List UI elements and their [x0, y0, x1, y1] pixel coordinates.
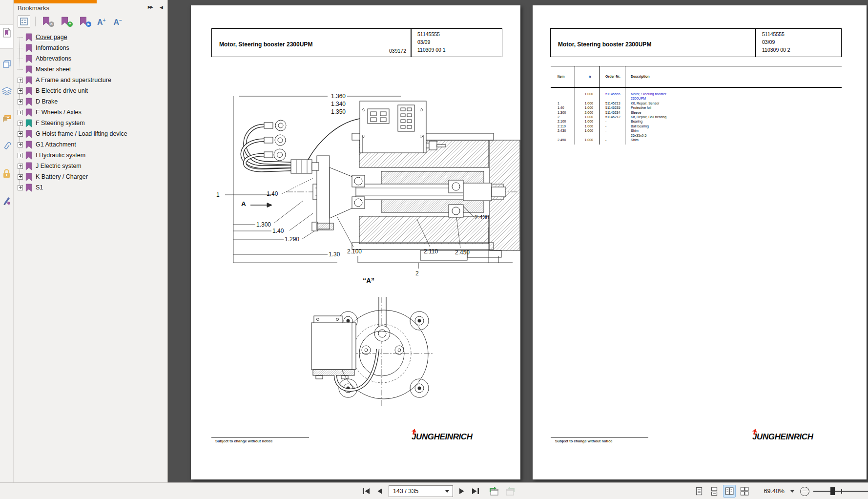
bookmark-options-button[interactable]: [18, 15, 30, 28]
expand-icon[interactable]: [18, 131, 23, 137]
add-bookmark-button[interactable]: +: [60, 16, 73, 27]
expand-icon[interactable]: [18, 185, 23, 190]
bookmark-item-brake[interactable]: D Brake: [14, 96, 167, 107]
drawing-number: 039172: [389, 48, 406, 54]
bookmark-flag-icon: [25, 184, 32, 192]
bookmark-item-hoist-frame[interactable]: G Hoist frame / Load lifting device: [14, 128, 167, 139]
expand-icon[interactable]: [18, 99, 23, 104]
table-row: 2.1001.000-Bearing: [551, 119, 842, 124]
bookmark-item-abbrevations[interactable]: Abbrevations: [14, 53, 167, 64]
brand-arrow-icon: [752, 429, 758, 435]
bookmark-item-electric-drive[interactable]: B Electric drive unit: [14, 85, 167, 96]
bookmark-flag-icon: [25, 141, 32, 149]
callout-1: 1: [216, 191, 220, 198]
page-thumbnails-panel-button[interactable]: [0, 57, 13, 71]
expand-icon[interactable]: [18, 153, 23, 158]
description-link[interactable]: 2300UPM: [631, 96, 646, 101]
single-page-view-button[interactable]: [693, 485, 705, 498]
bookmark-item-cover-page[interactable]: Cover page: [14, 32, 167, 42]
zoom-slider-track[interactable]: [813, 491, 868, 492]
bookmark-label: Cover page: [36, 34, 67, 41]
bookmark-label: Abbrevations: [36, 55, 71, 62]
next-view-button[interactable]: [505, 487, 516, 496]
previous-view-icon: [489, 487, 499, 496]
expand-icon[interactable]: [18, 174, 23, 180]
order-number-link[interactable]: 51145555: [605, 92, 620, 96]
first-page-button[interactable]: [362, 488, 372, 495]
status-bar: 143 / 335: [0, 482, 868, 499]
bookmark-item-electric-system[interactable]: J Electric system: [14, 161, 167, 171]
next-view-icon: [505, 487, 516, 496]
document-page-left: Motor, Steering booster 2300UPM 039172 5…: [191, 5, 520, 479]
bookmark-item-informations[interactable]: Informations: [14, 42, 167, 53]
increase-text-size-button[interactable]: A+: [97, 17, 105, 26]
expand-icon[interactable]: [18, 121, 23, 126]
single-page-icon: [695, 487, 703, 496]
first-page-icon: [362, 488, 372, 495]
document-canvas: Motor, Steering booster 2300UPM 039172 5…: [168, 0, 868, 482]
panel-title: Bookmarks: [18, 4, 49, 12]
callout-2: 2: [415, 270, 419, 277]
table-row: 2300UPM: [551, 96, 842, 101]
parts-list-table: Item n Order-Nr. Description 1.000511455…: [551, 66, 842, 146]
continuous-view-button[interactable]: [708, 485, 721, 498]
security-panel-button[interactable]: [0, 166, 13, 181]
comments-panel-button[interactable]: [0, 111, 13, 126]
continuous-page-icon: [710, 487, 718, 496]
goto-bookmark-button[interactable]: ▸: [79, 16, 91, 27]
bookmarks-panel-button[interactable]: [0, 25, 13, 40]
delete-bookmark-button[interactable]: ×: [41, 16, 54, 27]
bookmark-item-battery-charger[interactable]: K Battery / Charger: [14, 171, 167, 182]
callout-2100: 2.100: [347, 248, 362, 255]
expand-icon[interactable]: [18, 88, 23, 94]
table-row: 2.4301.000-Shim: [551, 128, 842, 133]
revision-date: 03/09: [762, 39, 775, 45]
paperclip-icon: [2, 141, 11, 151]
panel-collapse-icon[interactable]: ◀: [160, 5, 163, 10]
next-page-button[interactable]: [458, 488, 465, 495]
expand-icon[interactable]: [18, 142, 23, 147]
zoom-controls: 69.40%: [693, 483, 868, 499]
decrease-text-size-button[interactable]: A−: [113, 17, 122, 26]
facing-pages-icon: [725, 487, 734, 496]
callout-2430: 2.430: [475, 214, 489, 221]
bookmark-item-steering-system[interactable]: F Steering system: [14, 118, 167, 128]
facing-pages-view-button[interactable]: [723, 485, 736, 498]
bookmarks-toolbar: × + ▸ A+ A−: [18, 15, 130, 28]
signatures-panel-button[interactable]: [0, 193, 13, 208]
bookmark-flag-icon: [25, 65, 32, 74]
motor-cross-section-drawing: [191, 5, 520, 479]
page-number-combobox[interactable]: 143 / 335: [389, 485, 453, 497]
panel-forward-icon[interactable]: ▶▶: [148, 5, 153, 9]
bookmark-label: E Wheels / Axles: [36, 109, 82, 116]
bookmark-item-hydraulic-system[interactable]: I Hydraulic system: [14, 150, 167, 161]
zoom-out-button[interactable]: [800, 487, 809, 496]
callout-1360: 1.360: [310, 93, 346, 100]
previous-view-button[interactable]: [489, 487, 499, 496]
part-title: Motor, Steering booster 2300UPM: [558, 41, 651, 48]
bookmark-item-master-sheet[interactable]: Master sheet: [14, 64, 167, 75]
bookmark-flag-icon: [25, 151, 32, 160]
bookmark-item-attachment[interactable]: G1 Attachment: [14, 139, 167, 150]
expand-icon[interactable]: [18, 78, 23, 83]
description-link[interactable]: Motor, Steering booster: [631, 92, 666, 96]
zoom-dropdown-icon[interactable]: [790, 490, 794, 493]
brand-logo: JUNGHEINRICH: [412, 432, 473, 442]
bookmark-item-wheels-axles[interactable]: E Wheels / Axles: [14, 107, 167, 118]
bookmark-item-frame[interactable]: A Frame and superstructure: [14, 75, 167, 85]
previous-page-button[interactable]: [377, 488, 383, 495]
bookmark-label: S1: [36, 184, 43, 191]
layers-panel-button[interactable]: [0, 84, 13, 99]
bookmark-item-s1[interactable]: S1: [14, 182, 167, 193]
expand-icon[interactable]: [18, 164, 23, 169]
callout-140b: 1.40: [272, 228, 284, 234]
last-page-button[interactable]: [470, 488, 479, 495]
navigation-panel-strip: [0, 0, 14, 482]
zoom-slider[interactable]: [813, 486, 868, 496]
toolbar-divider: [35, 17, 36, 26]
continuous-facing-view-button[interactable]: [738, 485, 751, 498]
zoom-slider-handle[interactable]: [830, 487, 835, 495]
expand-icon[interactable]: [18, 110, 23, 115]
attachments-panel-button[interactable]: [0, 139, 13, 153]
bookmark-flag-icon: [25, 162, 32, 170]
